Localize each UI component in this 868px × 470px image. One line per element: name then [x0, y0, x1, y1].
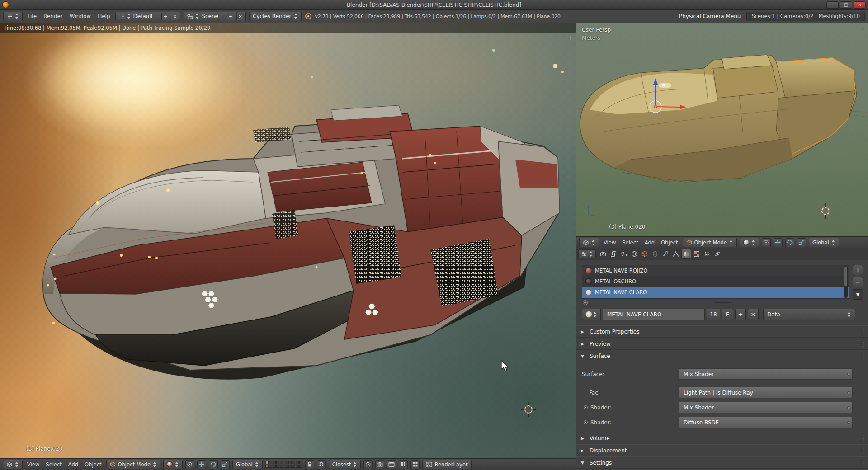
menu-add[interactable]: Add [66, 461, 80, 468]
delete-layout-button[interactable]: × [171, 13, 178, 20]
editor-type-button[interactable] [579, 238, 599, 247]
manipulator-scale-button[interactable] [221, 460, 230, 469]
material-slot-oscuro[interactable]: METAL OSCURO [582, 276, 849, 287]
layer-cell[interactable] [280, 461, 283, 464]
menu-help[interactable]: Help [96, 13, 112, 19]
snap-mode-select[interactable]: Closest [329, 460, 361, 469]
add-slot-button[interactable]: + [853, 265, 863, 275]
layer-cell[interactable] [285, 461, 288, 464]
physical-camera-menu[interactable]: Physical Camera Menu [676, 13, 743, 19]
snap-toggle-button[interactable] [317, 460, 326, 469]
mode-select[interactable]: Object Mode [683, 238, 737, 247]
menu-select[interactable]: Select [620, 240, 640, 246]
expand-list-icon[interactable]: + [583, 300, 588, 305]
viewport-shading-select[interactable] [740, 238, 759, 247]
manipulator-scale-button[interactable] [797, 238, 806, 247]
shader2-select[interactable]: Diffuse BSDF [679, 417, 853, 428]
panel-drag-dots[interactable] [860, 447, 864, 453]
list-resize-grip[interactable]: + [582, 301, 863, 305]
manipulator-rotate-button[interactable] [209, 460, 218, 469]
delete-scene-button[interactable]: × [236, 13, 244, 20]
menu-file[interactable]: File [26, 13, 38, 19]
panel-volume[interactable]: ▶ Volume [576, 432, 868, 444]
tab-physics-icon[interactable] [712, 249, 722, 259]
panel-drag-dots[interactable] [860, 329, 864, 334]
minimize-button[interactable]: – [826, 1, 839, 9]
layer-cell[interactable] [273, 461, 276, 464]
menu-view[interactable]: View [25, 461, 41, 468]
layer-cell[interactable] [299, 465, 302, 468]
layout-selector[interactable]: Default + × [115, 12, 181, 21]
region-corner-icon[interactable]: + [568, 35, 572, 41]
orientation-select[interactable]: Global [232, 460, 263, 469]
panel-custom-properties[interactable]: ▶ Custom Properties [576, 325, 868, 338]
layer-group-1[interactable] [265, 461, 283, 468]
pause-render-button[interactable] [399, 460, 408, 469]
menu-select[interactable]: Select [44, 461, 63, 468]
tab-constraints-icon[interactable] [650, 249, 660, 259]
data-source-select[interactable]: Data [763, 309, 855, 320]
layer-cell[interactable] [273, 465, 276, 468]
material-name-field[interactable]: METAL NAVE CLARO [603, 309, 705, 320]
tab-render-icon[interactable] [598, 249, 608, 259]
orientation-select[interactable]: Global [809, 238, 839, 247]
layer-cell[interactable] [292, 465, 295, 468]
editor-type-button[interactable] [3, 12, 23, 21]
editor-type-button[interactable] [3, 460, 23, 469]
layer-cell[interactable] [280, 465, 283, 468]
scene-lock-button[interactable] [305, 460, 314, 469]
layers-widget[interactable] [265, 461, 302, 468]
menu-window[interactable]: Window [68, 13, 93, 19]
layer-cell[interactable] [276, 465, 279, 468]
tab-world-icon[interactable] [629, 249, 639, 259]
opengl-render-anim-button[interactable] [387, 460, 396, 469]
layer-group-2[interactable] [285, 461, 302, 468]
layer-cell[interactable] [288, 461, 292, 464]
viewport-shading-select[interactable] [163, 460, 183, 469]
close-button[interactable]: × [854, 1, 866, 9]
menu-view[interactable]: View [602, 240, 618, 246]
tab-render-layers-icon[interactable] [609, 249, 618, 259]
panel-displacement[interactable]: ▶ Displacement [576, 444, 868, 456]
tab-texture-icon[interactable] [692, 249, 702, 259]
mode-select[interactable]: Object Mode [106, 460, 160, 469]
pivot-point-select[interactable] [762, 238, 771, 247]
browse-material-button[interactable] [582, 309, 601, 320]
shader1-select[interactable]: Mix Shader [679, 402, 853, 413]
panel-drag-dots[interactable] [860, 460, 864, 465]
layer-cell[interactable] [288, 465, 292, 468]
menu-object[interactable]: Object [659, 240, 679, 246]
fake-user-button[interactable]: F [722, 309, 733, 320]
menu-object[interactable]: Object [83, 461, 103, 468]
material-slot-list[interactable]: METAL NAVE ROJIZO METAL OSCURO METAL NAV… [582, 265, 849, 299]
opengl-render-button[interactable] [375, 460, 384, 469]
layer-cell[interactable] [296, 465, 299, 468]
menu-render[interactable]: Render [42, 13, 65, 19]
layer-cell[interactable] [269, 461, 272, 464]
render-engine-select[interactable]: Cycles Render [249, 12, 302, 21]
users-count-button[interactable]: 18 [707, 309, 720, 320]
slot-specials-button[interactable]: ▼ [853, 289, 863, 300]
material-slot-claro[interactable]: METAL NAVE CLARO [582, 287, 849, 298]
snap-target-button[interactable] [363, 460, 373, 469]
tab-object-icon[interactable] [640, 249, 650, 259]
editor-type-button[interactable] [578, 249, 596, 258]
fac-input-select[interactable]: Light Path | Is Diffuse Ray [679, 387, 853, 398]
tab-particles-icon[interactable] [702, 249, 712, 259]
list-scrollbar[interactable] [844, 266, 848, 298]
layer-cell[interactable] [265, 461, 269, 464]
region-corner-icon[interactable]: + [861, 25, 865, 31]
add-scene-button[interactable]: + [227, 13, 234, 20]
add-layout-button[interactable]: + [161, 13, 169, 20]
layer-cell[interactable] [292, 461, 295, 464]
manipulator-translate-button[interactable] [197, 460, 206, 469]
layer-cell[interactable] [265, 465, 269, 468]
panel-drag-dots[interactable] [860, 435, 864, 441]
menu-add[interactable]: Add [643, 240, 656, 246]
panel-surface[interactable]: ▼ Surface [576, 350, 868, 362]
layer-cell[interactable] [299, 461, 302, 464]
scene-selector[interactable]: Scene + × [184, 12, 246, 21]
render-layer-select[interactable]: RenderLayer [422, 460, 471, 469]
layer-cell[interactable] [285, 465, 288, 468]
layer-cell[interactable] [296, 461, 299, 464]
